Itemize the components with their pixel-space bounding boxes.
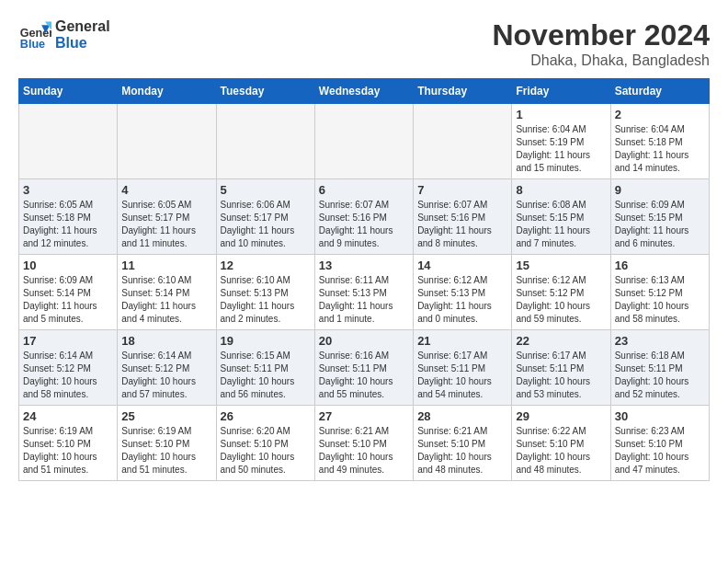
day-info: Sunrise: 6:14 AM Sunset: 5:12 PM Dayligh… xyxy=(23,350,113,401)
calendar-day: 29Sunrise: 6:22 AM Sunset: 5:10 PM Dayli… xyxy=(512,406,610,481)
day-number: 21 xyxy=(417,334,507,348)
day-info: Sunrise: 6:19 AM Sunset: 5:10 PM Dayligh… xyxy=(23,425,113,477)
calendar-day: 19Sunrise: 6:15 AM Sunset: 5:11 PM Dayli… xyxy=(216,330,314,406)
logo-line1: General xyxy=(55,18,110,35)
calendar-body: 1Sunrise: 6:04 AM Sunset: 5:19 PM Daylig… xyxy=(19,104,710,481)
day-info: Sunrise: 6:17 AM Sunset: 5:11 PM Dayligh… xyxy=(417,350,507,401)
day-number: 19 xyxy=(221,334,311,348)
calendar-week-2: 3Sunrise: 6:05 AM Sunset: 5:18 PM Daylig… xyxy=(19,179,710,255)
header-day-sunday: Sunday xyxy=(19,79,118,104)
calendar-day: 21Sunrise: 6:17 AM Sunset: 5:11 PM Dayli… xyxy=(414,330,512,406)
day-info: Sunrise: 6:04 AM Sunset: 5:19 PM Dayligh… xyxy=(516,123,606,175)
calendar-day: 16Sunrise: 6:13 AM Sunset: 5:12 PM Dayli… xyxy=(610,255,709,330)
calendar-day: 27Sunrise: 6:21 AM Sunset: 5:10 PM Dayli… xyxy=(314,406,413,481)
day-info: Sunrise: 6:15 AM Sunset: 5:11 PM Dayligh… xyxy=(221,350,311,401)
calendar-header: SundayMondayTuesdayWednesdayThursdayFrid… xyxy=(19,79,710,104)
calendar-day: 30Sunrise: 6:23 AM Sunset: 5:10 PM Dayli… xyxy=(610,406,709,481)
header: General Blue General Blue November 2024 … xyxy=(18,18,710,69)
day-number: 6 xyxy=(319,183,409,197)
calendar-day xyxy=(314,104,413,179)
calendar-day xyxy=(118,104,216,179)
logo-text: General Blue xyxy=(55,18,110,51)
calendar-day: 1Sunrise: 6:04 AM Sunset: 5:19 PM Daylig… xyxy=(512,104,610,179)
calendar-day: 9Sunrise: 6:09 AM Sunset: 5:15 PM Daylig… xyxy=(610,179,709,255)
day-number: 30 xyxy=(615,409,705,423)
day-number: 13 xyxy=(319,259,409,272)
calendar-day: 24Sunrise: 6:19 AM Sunset: 5:10 PM Dayli… xyxy=(19,406,118,481)
calendar-day: 25Sunrise: 6:19 AM Sunset: 5:10 PM Dayli… xyxy=(118,406,216,481)
calendar-day: 13Sunrise: 6:11 AM Sunset: 5:13 PM Dayli… xyxy=(314,255,413,330)
day-number: 20 xyxy=(319,334,409,348)
day-info: Sunrise: 6:11 AM Sunset: 5:13 PM Dayligh… xyxy=(319,274,409,326)
calendar-day: 11Sunrise: 6:10 AM Sunset: 5:14 PM Dayli… xyxy=(118,255,216,330)
day-info: Sunrise: 6:14 AM Sunset: 5:12 PM Dayligh… xyxy=(121,350,211,401)
day-info: Sunrise: 6:13 AM Sunset: 5:12 PM Dayligh… xyxy=(615,274,705,326)
day-number: 16 xyxy=(615,259,705,272)
calendar-day: 8Sunrise: 6:08 AM Sunset: 5:15 PM Daylig… xyxy=(512,179,610,255)
day-info: Sunrise: 6:10 AM Sunset: 5:14 PM Dayligh… xyxy=(121,274,211,326)
header-row: SundayMondayTuesdayWednesdayThursdayFrid… xyxy=(19,79,710,104)
day-info: Sunrise: 6:05 AM Sunset: 5:17 PM Dayligh… xyxy=(121,199,211,250)
calendar-day xyxy=(19,104,118,179)
day-info: Sunrise: 6:07 AM Sunset: 5:16 PM Dayligh… xyxy=(319,199,409,250)
header-day-saturday: Saturday xyxy=(610,79,709,104)
calendar-day: 15Sunrise: 6:12 AM Sunset: 5:12 PM Dayli… xyxy=(512,255,610,330)
calendar-day: 23Sunrise: 6:18 AM Sunset: 5:11 PM Dayli… xyxy=(610,330,709,406)
day-number: 8 xyxy=(516,183,606,197)
calendar-day: 7Sunrise: 6:07 AM Sunset: 5:16 PM Daylig… xyxy=(414,179,512,255)
day-number: 2 xyxy=(615,108,705,121)
calendar-day: 22Sunrise: 6:17 AM Sunset: 5:11 PM Dayli… xyxy=(512,330,610,406)
calendar-day: 17Sunrise: 6:14 AM Sunset: 5:12 PM Dayli… xyxy=(19,330,118,406)
day-info: Sunrise: 6:12 AM Sunset: 5:12 PM Dayligh… xyxy=(516,274,606,326)
day-number: 27 xyxy=(319,409,409,423)
month-title: November 2024 xyxy=(492,18,710,52)
calendar-day: 3Sunrise: 6:05 AM Sunset: 5:18 PM Daylig… xyxy=(19,179,118,255)
day-info: Sunrise: 6:19 AM Sunset: 5:10 PM Dayligh… xyxy=(121,425,211,477)
calendar-week-1: 1Sunrise: 6:04 AM Sunset: 5:19 PM Daylig… xyxy=(19,104,710,179)
day-number: 10 xyxy=(23,259,113,272)
day-number: 14 xyxy=(417,259,507,272)
calendar-day: 20Sunrise: 6:16 AM Sunset: 5:11 PM Dayli… xyxy=(314,330,413,406)
location-title: Dhaka, Dhaka, Bangladesh xyxy=(492,52,710,69)
day-number: 28 xyxy=(417,409,507,423)
calendar-week-5: 24Sunrise: 6:19 AM Sunset: 5:10 PM Dayli… xyxy=(19,406,710,481)
title-section: November 2024 Dhaka, Dhaka, Bangladesh xyxy=(492,18,710,69)
day-info: Sunrise: 6:22 AM Sunset: 5:10 PM Dayligh… xyxy=(516,425,606,477)
day-number: 1 xyxy=(516,108,606,121)
day-number: 25 xyxy=(121,409,211,423)
calendar-week-3: 10Sunrise: 6:09 AM Sunset: 5:14 PM Dayli… xyxy=(19,255,710,330)
day-number: 23 xyxy=(615,334,705,348)
day-info: Sunrise: 6:04 AM Sunset: 5:18 PM Dayligh… xyxy=(615,123,705,175)
day-number: 11 xyxy=(121,259,211,272)
calendar-day xyxy=(414,104,512,179)
header-day-wednesday: Wednesday xyxy=(314,79,413,104)
calendar-day xyxy=(216,104,314,179)
day-info: Sunrise: 6:09 AM Sunset: 5:14 PM Dayligh… xyxy=(23,274,113,326)
calendar-day: 4Sunrise: 6:05 AM Sunset: 5:17 PM Daylig… xyxy=(118,179,216,255)
day-info: Sunrise: 6:18 AM Sunset: 5:11 PM Dayligh… xyxy=(615,350,705,401)
day-number: 29 xyxy=(516,409,606,423)
day-number: 17 xyxy=(23,334,113,348)
day-info: Sunrise: 6:07 AM Sunset: 5:16 PM Dayligh… xyxy=(417,199,507,250)
header-day-friday: Friday xyxy=(512,79,610,104)
day-number: 3 xyxy=(23,183,113,197)
day-number: 7 xyxy=(417,183,507,197)
logo-icon: General Blue xyxy=(18,18,51,52)
calendar-day: 5Sunrise: 6:06 AM Sunset: 5:17 PM Daylig… xyxy=(216,179,314,255)
day-info: Sunrise: 6:12 AM Sunset: 5:13 PM Dayligh… xyxy=(417,274,507,326)
day-number: 18 xyxy=(121,334,211,348)
day-number: 12 xyxy=(221,259,311,272)
day-info: Sunrise: 6:16 AM Sunset: 5:11 PM Dayligh… xyxy=(319,350,409,401)
day-info: Sunrise: 6:17 AM Sunset: 5:11 PM Dayligh… xyxy=(516,350,606,401)
calendar-day: 26Sunrise: 6:20 AM Sunset: 5:10 PM Dayli… xyxy=(216,406,314,481)
header-day-tuesday: Tuesday xyxy=(216,79,314,104)
calendar: SundayMondayTuesdayWednesdayThursdayFrid… xyxy=(18,78,710,481)
calendar-day: 12Sunrise: 6:10 AM Sunset: 5:13 PM Dayli… xyxy=(216,255,314,330)
day-info: Sunrise: 6:05 AM Sunset: 5:18 PM Dayligh… xyxy=(23,199,113,250)
day-number: 9 xyxy=(615,183,705,197)
calendar-day: 28Sunrise: 6:21 AM Sunset: 5:10 PM Dayli… xyxy=(414,406,512,481)
calendar-day: 18Sunrise: 6:14 AM Sunset: 5:12 PM Dayli… xyxy=(118,330,216,406)
calendar-day: 6Sunrise: 6:07 AM Sunset: 5:16 PM Daylig… xyxy=(314,179,413,255)
svg-text:Blue: Blue xyxy=(20,38,45,51)
day-info: Sunrise: 6:21 AM Sunset: 5:10 PM Dayligh… xyxy=(319,425,409,477)
